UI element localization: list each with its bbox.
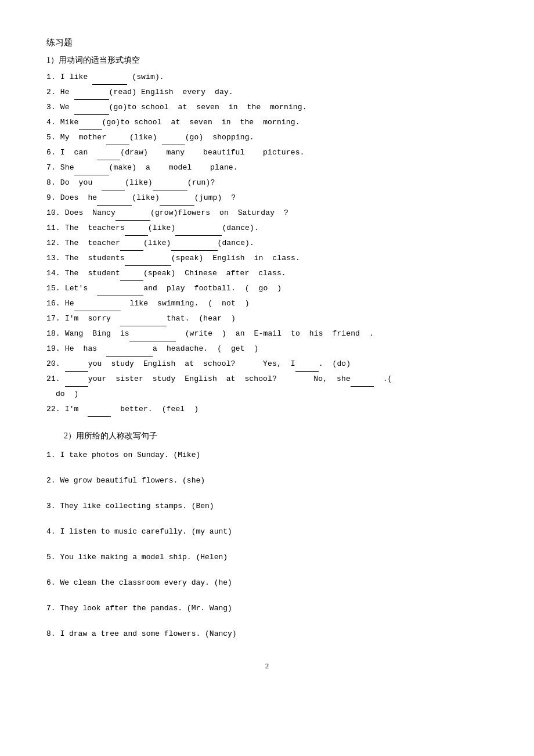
exercise-line-6: 6. I can (draw) many beautiful pictures.: [46, 145, 488, 160]
blank-21b[interactable]: [351, 377, 374, 387]
section2-item-4: 4. I listen to music carefully. (my aunt…: [46, 524, 488, 539]
blank-22[interactable]: [88, 408, 111, 417]
exercise-line-4: 4. Mike(go)to school at seven in the mor…: [46, 115, 488, 130]
exercise-line-7: 7. She(make) a model plane.: [46, 160, 488, 175]
blank-2[interactable]: [74, 91, 109, 100]
exercise-line-5: 5. My mother(like) (go) shopping.: [46, 130, 488, 145]
exercise-line-20: 20. you study English at school? Yes, I.…: [46, 357, 488, 372]
section1-title: 1）用动词的适当形式填空: [46, 53, 488, 67]
exercise-line-8: 8. Do you (like)(run)?: [46, 175, 488, 190]
exercise-line-21: 21. your sister study English at school?…: [46, 372, 488, 387]
blank-6[interactable]: [97, 151, 120, 160]
blank-3[interactable]: [74, 106, 109, 115]
blank-19[interactable]: [106, 347, 153, 357]
exercise-line-15: 15. Let's and play football. ( go ): [46, 281, 488, 296]
blank-11b[interactable]: [175, 226, 222, 236]
exercise-line-22: 22. I'm better. (feel ): [46, 402, 488, 417]
exercise-line-17: 17. I'm sorry that. (hear ): [46, 311, 488, 326]
blank-20a[interactable]: [65, 362, 88, 372]
blank-8b[interactable]: [153, 181, 187, 190]
section2-item-5: 5. You like making a model ship. (Helen): [46, 550, 488, 565]
blank-12a[interactable]: [120, 242, 143, 251]
section2-item-3: 3. They like collecting stamps. (Ben): [46, 499, 488, 514]
section2-item-6: 6. We clean the classroom every day. (he…: [46, 575, 488, 591]
exercise-line-14: 14. The student(speak) Chinese after cla…: [46, 266, 488, 281]
blank-5a[interactable]: [106, 136, 129, 145]
blank-8a[interactable]: [102, 181, 125, 190]
exercise-line-3: 3. We (go)to school at seven in the morn…: [46, 100, 488, 115]
blank-11a[interactable]: [125, 226, 148, 236]
blank-7[interactable]: [74, 166, 109, 175]
blank-15[interactable]: [97, 287, 143, 296]
section2-item-7: 7. They look after the pandas. (Mr. Wang…: [46, 601, 488, 616]
blank-17[interactable]: [120, 317, 167, 326]
blank-21a[interactable]: [65, 377, 88, 387]
exercise-line-11: 11. The teachers(like)(dance).: [46, 221, 488, 236]
exercise-line-12: 12. The teacher(like)(dance).: [46, 236, 488, 251]
blank-12b[interactable]: [171, 242, 218, 251]
blank-14[interactable]: [120, 272, 143, 281]
page-number: 2: [46, 659, 488, 672]
blank-9b[interactable]: [160, 196, 194, 206]
exercise-line-18: 18. Wang Bing is (write ) an E-mail to h…: [46, 326, 488, 341]
blank-10[interactable]: [116, 211, 150, 221]
blank-4[interactable]: [79, 121, 102, 130]
exercise-line-16: 16. He like swimming. ( not ): [46, 296, 488, 311]
exercise-line-13: 13. The students(speak) English in class…: [46, 251, 488, 266]
section2-item-1: 1. I take photos on Sunday. (Mike): [46, 448, 488, 463]
exercise-line-9: 9. Does he(like)(jump) ?: [46, 190, 488, 206]
exercise-line-19: 19. He has a headache. ( get ): [46, 341, 488, 357]
page-title: 练习题: [46, 35, 488, 51]
exercise-line-2: 2. He (read) English every day.: [46, 85, 488, 100]
section2-item-2: 2. We grow beautiful flowers. (she): [46, 473, 488, 488]
blank-20b[interactable]: [295, 362, 319, 372]
blank-16[interactable]: [74, 302, 121, 311]
page-content: 练习题 1）用动词的适当形式填空 1. I like (swim). 2. He…: [46, 35, 488, 673]
exercise-line-21b: do ): [46, 387, 488, 402]
blank-13[interactable]: [125, 257, 171, 266]
blank-5b[interactable]: [162, 136, 185, 145]
blank-9a[interactable]: [97, 196, 132, 206]
section2-item-8: 8. I draw a tree and some flowers. (Nanc…: [46, 627, 488, 642]
exercise-line-1: 1. I like (swim).: [46, 70, 488, 85]
section2-title: 2）用所给的人称改写句子: [64, 429, 488, 443]
exercise-line-10: 10. Does Nancy(grow)flowers on Saturday …: [46, 206, 488, 221]
blank-1[interactable]: [92, 75, 127, 85]
blank-18[interactable]: [129, 332, 176, 341]
